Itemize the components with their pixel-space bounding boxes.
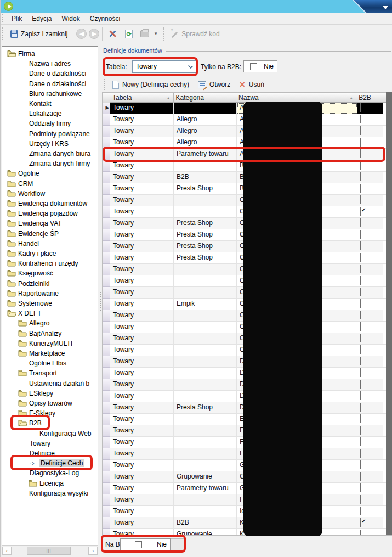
cell-kategoria[interactable]: Parametry towaru — [174, 483, 237, 494]
tree-item-marketplace[interactable]: Marketplace — [2, 348, 98, 358]
cell-b2b[interactable] — [357, 160, 383, 172]
cell-kategoria[interactable] — [174, 437, 237, 448]
cell-kategoria[interactable]: Presta Shop — [174, 183, 237, 195]
cell-tabela[interactable]: Towary — [110, 103, 174, 114]
tree-item-podmioty-powi-zane[interactable]: Podmioty powiązane — [2, 129, 98, 139]
menu-plik[interactable]: Plik — [7, 14, 27, 24]
row-selector-cell[interactable] — [103, 322, 110, 333]
tree-item-kurierzymulti[interactable]: KurierzyMULTI — [2, 339, 98, 348]
tree-item-towary[interactable]: Towary — [2, 438, 98, 448]
cell-tabela[interactable]: Towary — [110, 368, 174, 379]
new-button[interactable]: Nowy (Definicja cechy) — [108, 79, 194, 91]
cell-kategoria[interactable]: Presta Shop — [174, 252, 237, 264]
b2b-checkbox[interactable] — [360, 507, 361, 515]
cell-kategoria[interactable] — [174, 345, 237, 356]
tree-item-urz-dy-i-krs[interactable]: Urzędy i KRS — [2, 139, 98, 149]
cell-b2b[interactable] — [357, 310, 383, 322]
cell-tabela[interactable]: Towary — [110, 160, 174, 172]
cell-b2b[interactable] — [357, 437, 383, 448]
cell-kategoria[interactable] — [174, 333, 237, 345]
cell-b2b[interactable] — [357, 368, 383, 379]
cell-b2b[interactable] — [357, 471, 383, 483]
tree-item-lokalizacje[interactable]: Lokalizacje — [2, 109, 98, 119]
tools-button[interactable] — [104, 27, 121, 41]
cell-kategoria[interactable]: Presta Shop — [174, 241, 237, 252]
row-selector-cell[interactable] — [103, 471, 110, 483]
row-selector-cell[interactable] — [103, 218, 110, 229]
cell-kategoria[interactable]: Presta Shop — [174, 229, 237, 241]
cell-tabela[interactable]: Towary — [110, 229, 174, 241]
cell-kategoria[interactable] — [174, 310, 237, 322]
cell-kategoria[interactable] — [174, 322, 237, 333]
open-button[interactable]: Otwórz — [194, 79, 235, 90]
menu-widok[interactable]: Widok — [56, 14, 84, 24]
tree-item-bajtanalizy[interactable]: BajtAnalizy — [2, 329, 98, 339]
cell-kategoria[interactable] — [174, 494, 237, 506]
tree-item-dane-o-dzia-alno-ci[interactable]: Dane o działalności — [2, 69, 98, 78]
cell-b2b[interactable] — [357, 333, 383, 345]
tree-item-podzielniki[interactable]: Podzielniki — [2, 279, 98, 289]
b2b-checkbox[interactable] — [360, 460, 361, 469]
row-selector-cell[interactable] — [103, 264, 110, 275]
b2b-checkbox[interactable] — [360, 218, 361, 227]
row-selector-cell[interactable] — [103, 379, 110, 391]
row-selector-cell[interactable] — [103, 483, 110, 494]
b2b-checkbox[interactable] — [360, 311, 361, 319]
row-selector-cell[interactable] — [103, 287, 110, 299]
tree-item-nazwa-i-adres[interactable]: Nazwa i adres — [2, 59, 98, 69]
print-dropdown-icon[interactable]: ▼ — [154, 31, 158, 36]
cell-kategoria[interactable]: B2B — [174, 517, 237, 529]
scrollbar-track[interactable]: ||| — [12, 547, 88, 555]
cell-b2b[interactable] — [357, 506, 383, 517]
tree-item-kontrahenci-i-urz-dy[interactable]: Kontrahenci i urzędy — [2, 258, 98, 268]
tree-item-biuro-rachunkowe[interactable]: Biuro rachunkowe — [2, 89, 98, 99]
row-selector-cell[interactable] — [103, 494, 110, 506]
cell-kategoria[interactable] — [174, 414, 237, 425]
row-selector-cell[interactable] — [103, 183, 110, 195]
row-selector-cell[interactable] — [103, 345, 110, 356]
cell-kategoria[interactable] — [174, 356, 237, 368]
cell-tabela[interactable]: Towary — [110, 437, 174, 448]
cell-b2b[interactable] — [357, 345, 383, 356]
cell-tabela[interactable]: Towary — [110, 287, 174, 299]
cell-tabela[interactable]: Towary — [110, 345, 174, 356]
tree-item-kontakt[interactable]: Kontakt — [2, 99, 98, 109]
forward-button[interactable]: ▶ — [89, 29, 99, 39]
cell-tabela[interactable]: Towary — [110, 218, 174, 229]
cell-kategoria[interactable]: Empik — [174, 299, 237, 310]
cell-b2b[interactable] — [357, 195, 383, 206]
row-selector-cell[interactable] — [103, 517, 110, 529]
cell-tabela[interactable]: Towary — [110, 333, 174, 345]
cell-tabela[interactable]: Towary — [110, 126, 174, 137]
cell-tabela[interactable]: Towary — [110, 448, 174, 460]
tree-item-ewidencja-vat[interactable]: Ewidencja VAT — [2, 218, 98, 228]
cell-b2b[interactable] — [357, 414, 383, 425]
b2b-checkbox[interactable] — [360, 253, 361, 262]
row-selector-cell[interactable] — [103, 114, 110, 126]
tree-item-dane-o-dzia-alno-ci[interactable]: Dane o działalności — [2, 79, 98, 89]
b2b-checkbox[interactable] — [360, 518, 361, 527]
tree-item-firma[interactable]: Firma — [2, 49, 98, 59]
cell-kategoria[interactable] — [174, 448, 237, 460]
tree-item-konfiguracja-wysy-ki[interactable]: Konfiguracja wysyłki — [2, 488, 98, 498]
b2b-checkbox[interactable] — [360, 288, 361, 296]
cell-kategoria[interactable] — [174, 103, 237, 114]
cell-kategoria[interactable]: B2B — [174, 172, 237, 183]
b2b-checkbox[interactable] — [360, 345, 361, 354]
cell-b2b[interactable] — [357, 299, 383, 310]
cell-b2b[interactable] — [357, 172, 383, 183]
b2b-checkbox[interactable] — [360, 115, 361, 123]
cell-tabela[interactable]: Towary — [110, 183, 174, 195]
tree-item-crm[interactable]: CRM — [2, 179, 98, 189]
b2b-checkbox[interactable] — [360, 403, 361, 412]
b2b-checkbox[interactable] — [360, 265, 361, 273]
cell-kategoria[interactable] — [174, 206, 237, 218]
grid-vertical-scroll-area[interactable] — [386, 92, 392, 535]
tree-item-ewidencje-p[interactable]: Ewidencje ŚP — [2, 229, 98, 239]
cell-kategoria[interactable] — [174, 368, 237, 379]
sidebar-hscrollbar[interactable]: ‹ ||| › — [2, 545, 98, 555]
b2b-checkbox[interactable] — [360, 322, 361, 331]
cell-tabela[interactable]: Towary — [110, 391, 174, 402]
save-close-button[interactable]: Zapisz i zamknij — [7, 28, 71, 40]
cell-b2b[interactable] — [357, 103, 383, 114]
